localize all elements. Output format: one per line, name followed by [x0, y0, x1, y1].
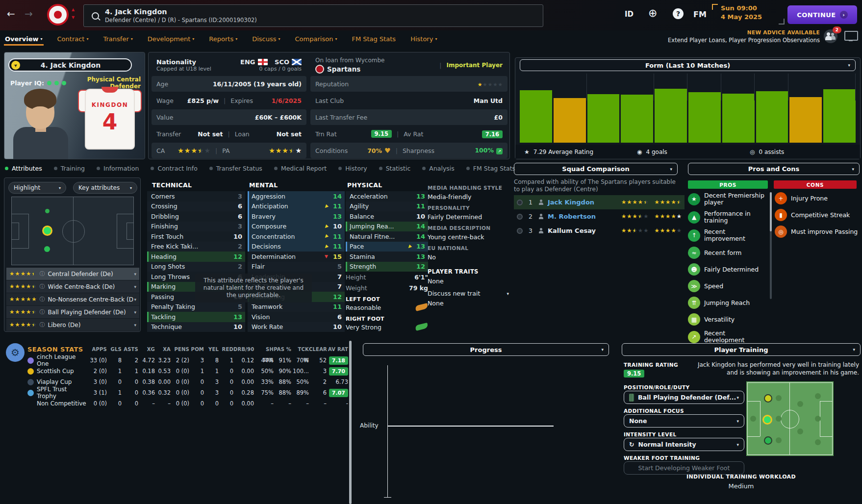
- chevron-down-icon[interactable]: ▾: [134, 297, 136, 302]
- pros-scrollbar-thumb[interactable]: [770, 192, 772, 231]
- squad-row-m-robertson[interactable]: 2M. Robertson★★★★★★★★★★★★★★★★★★★: [514, 209, 685, 224]
- radio-icon[interactable]: [517, 200, 523, 205]
- subnav-statistic[interactable]: Statistic: [379, 165, 411, 172]
- attribute-row-acceleration[interactable]: Acceleration13: [346, 191, 428, 202]
- info-icon[interactable]: ⓘ: [40, 270, 45, 277]
- column-header-red[interactable]: RED: [219, 344, 233, 355]
- attribute-row-dribbling[interactable]: Dribbling6: [147, 211, 245, 222]
- column-header-xg[interactable]: XG: [138, 344, 155, 355]
- attribute-row-penalty-taking[interactable]: Penalty Taking5: [147, 302, 245, 312]
- key-attributes-dropdown[interactable]: Key attributes▾: [73, 182, 137, 194]
- attribute-row-technique[interactable]: Technique10: [147, 322, 245, 332]
- column-header-pom[interactable]: POM: [189, 344, 204, 355]
- role-row-no-nonsense-centre-back-d[interactable]: ★★★★★★★★★★ⓘNo-Nonsense Centre-Back (D...…: [6, 293, 139, 305]
- subnav-transfer-status[interactable]: Transfer Status: [209, 165, 262, 172]
- subnav-history[interactable]: History: [338, 165, 367, 172]
- info-icon[interactable]: ⓘ: [40, 283, 45, 290]
- tab-development[interactable]: Development▾: [148, 32, 195, 45]
- tab-history[interactable]: History▾: [410, 32, 437, 45]
- attribute-row-balance[interactable]: Balance10: [346, 211, 428, 222]
- player-next-icon[interactable]: ▼: [72, 16, 75, 20]
- column-header-asts[interactable]: ASTS: [122, 344, 138, 355]
- attribute-row-natural-fitne[interactable]: Natural Fitne...14: [346, 231, 428, 242]
- attribute-row-crossing[interactable]: Crossing6: [147, 202, 245, 212]
- role-row-central-defender-de[interactable]: ★★★★★★★★★★ⓘCentral Defender (De)▾: [6, 268, 139, 280]
- attribute-row-heading[interactable]: Heading12: [147, 252, 245, 262]
- game-datetime[interactable]: Sun 09:00 4 May 2025: [721, 4, 762, 22]
- help-icon[interactable]: ?: [673, 8, 684, 19]
- tab-fm-stag-stats[interactable]: FM Stag Stats: [352, 32, 396, 45]
- club-badge-icon[interactable]: [47, 4, 69, 25]
- radio-icon[interactable]: [517, 228, 523, 234]
- tab-reports[interactable]: Reports▾: [209, 32, 237, 45]
- form-bar[interactable]: [722, 94, 755, 143]
- highlight-dropdown[interactable]: Highlight▾: [8, 182, 66, 194]
- world-icon[interactable]: ⊕: [648, 7, 657, 19]
- attribute-row-finishing[interactable]: Finishing3: [147, 222, 245, 232]
- attribute-row-tackling[interactable]: Tackling13: [147, 312, 245, 322]
- column-header-xa[interactable]: XA: [155, 344, 171, 355]
- column-header-pas[interactable]: PAS %: [274, 344, 291, 355]
- column-header-yel[interactable]: YEL: [204, 344, 219, 355]
- form-bar[interactable]: [587, 94, 620, 143]
- continue-button[interactable]: CONTINUE ›: [787, 5, 857, 24]
- tab-contract[interactable]: Contract▾: [57, 32, 89, 45]
- attribute-row-long-shots[interactable]: Long Shots2: [147, 262, 245, 272]
- back-arrow-icon[interactable]: ←: [7, 9, 15, 19]
- attribute-row-flair[interactable]: Flair5: [248, 262, 345, 272]
- attribute-row-pace[interactable]: Pace▼13: [346, 242, 428, 252]
- loan-club-name[interactable]: Spartans: [327, 65, 360, 73]
- attribute-row-decisions[interactable]: Decisions▼11: [248, 242, 345, 252]
- chevron-down-icon[interactable]: ▾: [134, 272, 136, 277]
- squad-row-kallum-cesay[interactable]: 3Kallum Cesay★★★★★★★★★★★★★★★★★: [514, 224, 685, 238]
- player-training-header[interactable]: Player Training ▾: [622, 343, 861, 356]
- competition-name[interactable]: cinch League One: [27, 355, 87, 366]
- attribute-row-concentration[interactable]: Concentration▼11: [248, 231, 345, 242]
- attribute-row-bravery[interactable]: Bravery13: [248, 211, 345, 222]
- tab-overview[interactable]: Overview▾: [5, 32, 43, 45]
- position-role-duty-dropdown[interactable]: Ball Playing Defender (Def... ▾: [624, 391, 744, 404]
- attribute-row-first-touch[interactable]: First Touch10: [147, 231, 245, 242]
- intensity-level-dropdown[interactable]: ↻ Normal Intensity ▾: [624, 438, 744, 451]
- chevron-down-icon[interactable]: ▾: [134, 284, 136, 289]
- player-name-link[interactable]: Kallum Cesay: [548, 227, 621, 234]
- attribute-row-agility[interactable]: Agility11: [346, 202, 428, 212]
- form-header[interactable]: Form (Last 10 Matches) ▾: [520, 59, 856, 71]
- form-bar[interactable]: [621, 95, 653, 143]
- discuss-new-trait-dropdown[interactable]: Discuss new trait▾: [428, 290, 509, 297]
- role-row-wide-centre-back-de[interactable]: ★★★★★★★★★★ⓘWide Centre-Back (De)▾: [6, 280, 139, 293]
- role-row-libero-de[interactable]: ★★★★★★★★★★ⓘLibero (De)▾: [6, 319, 139, 331]
- attribute-row-corners[interactable]: Corners3: [147, 191, 245, 202]
- chevron-down-icon[interactable]: ▾: [134, 310, 136, 315]
- form-bar[interactable]: [789, 97, 822, 143]
- column-header-drb-90[interactable]: DRB/90: [233, 344, 254, 355]
- player-prev-icon[interactable]: ▲: [72, 8, 75, 12]
- id-icon[interactable]: ID: [625, 10, 634, 19]
- monitor-icon[interactable]: [844, 31, 858, 41]
- subnav-attributes[interactable]: Attributes: [5, 165, 42, 172]
- attribute-row-jumping-rea[interactable]: Jumping Rea...14: [346, 222, 428, 232]
- subnav-analysis[interactable]: Analysis: [422, 165, 455, 172]
- squad-row-jack-kingdon[interactable]: 1Jack Kingdon★★★★★★★★★★★★★★★★★★★★: [514, 195, 685, 209]
- forward-arrow-icon[interactable]: →: [25, 9, 33, 19]
- subnav-training[interactable]: Training: [54, 165, 85, 172]
- radio-icon[interactable]: [517, 214, 523, 220]
- competition-name[interactable]: SPFL Trust Trophy: [27, 387, 87, 398]
- subnav-contract-info[interactable]: Contract Info: [151, 165, 197, 172]
- pros-cons-header[interactable]: Pros and Cons ▾: [688, 163, 860, 175]
- subnav-medical-report[interactable]: Medical Report: [274, 165, 327, 172]
- subnav-fm-stag-stats[interactable]: FM Stag Stats: [466, 165, 515, 172]
- tab-transfer[interactable]: Transfer▾: [103, 32, 132, 45]
- attribute-row-aggression[interactable]: Aggression14: [248, 191, 345, 202]
- attribute-row-determination[interactable]: Determination▼15: [248, 252, 345, 262]
- progress-header[interactable]: Progress ▾: [363, 343, 609, 356]
- weaker-foot-button[interactable]: Start Developing Weaker Foot: [624, 461, 744, 475]
- attribute-row-work-rate[interactable]: Work Rate10: [248, 322, 345, 332]
- tab-comparison[interactable]: Comparison▾: [295, 32, 337, 45]
- info-icon[interactable]: ⓘ: [40, 308, 45, 316]
- competition-name[interactable]: Non Competitive: [27, 398, 87, 409]
- column-header-av-rat[interactable]: AV RAT: [327, 344, 348, 355]
- attribute-row-anticipation[interactable]: Anticipation▼11: [248, 202, 345, 212]
- form-bar[interactable]: [554, 98, 586, 143]
- player-name-link[interactable]: Jack Kingdon: [548, 199, 621, 206]
